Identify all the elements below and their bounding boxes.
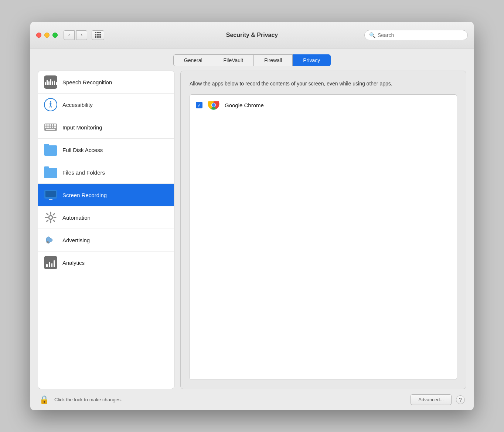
sidebar-item-label: Speech Recognition (62, 79, 112, 85)
sidebar-item-label: Accessibility (62, 102, 93, 108)
svg-rect-18 (45, 191, 56, 197)
search-input[interactable] (378, 32, 463, 38)
checkmark-icon: ✓ (197, 103, 201, 108)
traffic-lights (36, 33, 58, 38)
automation-icon (44, 211, 57, 224)
bottom-bar: 🔒 Click the lock to make changes. Advanc… (30, 389, 474, 410)
back-button[interactable]: ‹ (64, 30, 75, 40)
speech-recognition-icon (44, 75, 57, 89)
svg-rect-8 (50, 124, 51, 126)
close-button[interactable] (36, 33, 41, 38)
window-title: Security & Privacy (226, 32, 278, 38)
search-bar[interactable]: 🔍 (364, 30, 468, 40)
svg-rect-14 (52, 126, 53, 128)
sidebar-item-automation[interactable]: Automation (38, 206, 174, 229)
sidebar-item-full-disk-access[interactable]: Full Disk Access (38, 139, 174, 161)
lock-icon[interactable]: 🔒 (39, 395, 49, 405)
main-content: Speech Recognition Accessibil (30, 71, 474, 389)
advanced-button[interactable]: Advanced... (411, 394, 452, 405)
analytics-icon (44, 256, 57, 269)
full-disk-access-icon (44, 143, 57, 156)
sidebar-item-label: Automation (62, 215, 91, 221)
sidebar-item-analytics[interactable]: Analytics (38, 252, 174, 274)
svg-rect-7 (47, 124, 49, 126)
tab-privacy[interactable]: Privacy (293, 54, 331, 66)
minimize-button[interactable] (44, 33, 50, 38)
maximize-button[interactable] (52, 33, 58, 38)
svg-point-30 (47, 241, 49, 243)
svg-rect-19 (49, 199, 52, 200)
sidebar-item-label: Screen Recording (62, 192, 107, 198)
accessibility-icon (44, 98, 57, 111)
app-row: ✓ Google Chrome (190, 95, 457, 115)
advertising-icon (44, 233, 57, 247)
panel-description: Allow the apps below to record the conte… (190, 80, 457, 88)
svg-line-4 (51, 105, 52, 108)
sidebar-item-advertising[interactable]: Advertising (38, 229, 174, 252)
tab-firewall[interactable]: Firewall (254, 54, 293, 66)
grid-icon (95, 32, 101, 38)
sidebar-item-label: Advertising (62, 237, 90, 243)
files-and-folders-icon (44, 166, 57, 179)
sidebar-item-speech-recognition[interactable]: Speech Recognition (38, 71, 174, 94)
screen-recording-icon (44, 188, 57, 202)
sidebar-item-screen-recording[interactable]: Screen Recording (38, 184, 174, 206)
tab-filevault[interactable]: FileVault (213, 54, 254, 66)
search-icon: 🔍 (369, 32, 375, 38)
lock-text: Click the lock to make changes. (54, 397, 122, 402)
svg-point-34 (212, 103, 215, 107)
svg-line-26 (53, 220, 55, 222)
tab-general[interactable]: General (173, 54, 213, 66)
svg-point-20 (49, 216, 52, 219)
svg-line-28 (47, 220, 48, 222)
svg-rect-11 (45, 126, 47, 128)
sidebar-item-label: Analytics (62, 260, 85, 266)
svg-rect-9 (52, 124, 53, 126)
grid-button[interactable] (92, 30, 104, 40)
svg-rect-10 (54, 124, 56, 126)
svg-rect-16 (46, 129, 55, 130)
main-window: ‹ › Security & Privacy 🔍 General FileVau… (30, 22, 474, 410)
sidebar-item-input-monitoring[interactable]: Input Monitoring (38, 116, 174, 139)
svg-rect-13 (50, 126, 51, 128)
bottom-right: Advanced... ? (411, 394, 465, 405)
svg-rect-6 (45, 124, 47, 126)
svg-line-25 (47, 214, 48, 215)
sidebar-item-label: Full Disk Access (62, 147, 103, 153)
apps-list: ✓ Google Chrome (190, 94, 457, 380)
right-panel: Allow the apps below to record the conte… (180, 71, 466, 389)
sidebar-item-accessibility[interactable]: Accessibility (38, 94, 174, 116)
svg-point-0 (50, 101, 51, 103)
svg-rect-15 (54, 126, 56, 128)
google-chrome-icon (208, 99, 219, 111)
help-button[interactable]: ? (456, 395, 465, 404)
input-monitoring-icon (44, 121, 57, 134)
svg-line-27 (53, 214, 55, 215)
forward-button[interactable]: › (76, 30, 87, 40)
sidebar-item-label: Input Monitoring (62, 124, 102, 131)
sidebar-item-label: Files and Folders (62, 169, 105, 176)
app-name: Google Chrome (225, 102, 264, 108)
tabs-bar: General FileVault Firewall Privacy (30, 48, 474, 71)
app-checkbox[interactable]: ✓ (196, 102, 202, 108)
sidebar: Speech Recognition Accessibil (38, 71, 174, 389)
sidebar-item-files-and-folders[interactable]: Files and Folders (38, 161, 174, 184)
nav-buttons: ‹ › (64, 30, 87, 40)
titlebar: ‹ › Security & Privacy 🔍 (30, 22, 474, 48)
svg-rect-12 (47, 126, 49, 128)
